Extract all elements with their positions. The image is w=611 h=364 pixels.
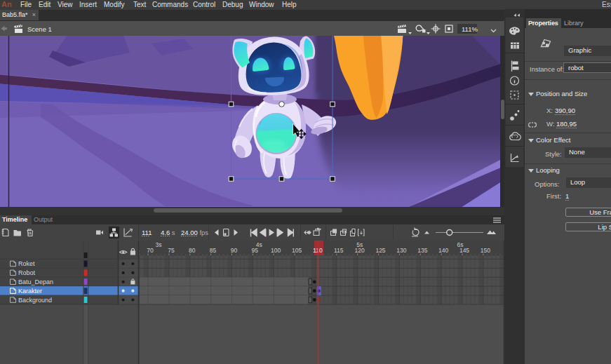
- svg-text:Scene 1: Scene 1: [27, 25, 52, 33]
- svg-text:Roket: Roket: [18, 260, 35, 267]
- svg-text:111%: 111%: [462, 25, 478, 33]
- svg-text:140: 140: [438, 247, 448, 254]
- svg-text:125: 125: [375, 247, 385, 254]
- svg-text:3s: 3s: [155, 241, 161, 248]
- svg-text:4.6 s: 4.6 s: [161, 229, 175, 236]
- svg-text:Batu_Depan: Batu_Depan: [18, 278, 53, 285]
- svg-text:75: 75: [168, 247, 175, 254]
- svg-text:5s: 5s: [356, 241, 363, 248]
- svg-text:70: 70: [147, 247, 154, 254]
- svg-text:100: 100: [271, 247, 281, 254]
- svg-text:80: 80: [189, 247, 196, 254]
- svg-text:105: 105: [292, 247, 302, 254]
- svg-text:115: 115: [334, 247, 344, 254]
- svg-text:111: 111: [142, 229, 152, 236]
- svg-text:150: 150: [481, 247, 490, 254]
- svg-text:Karakter: Karakter: [18, 288, 42, 295]
- svg-text:90: 90: [231, 247, 238, 254]
- svg-text:4s: 4s: [256, 241, 262, 248]
- svg-text:130: 130: [396, 247, 406, 254]
- svg-text:6s: 6s: [457, 241, 464, 248]
- svg-text:135: 135: [417, 247, 427, 254]
- svg-text:24.00 fps: 24.00 fps: [181, 229, 208, 236]
- svg-text:85: 85: [210, 247, 217, 254]
- svg-text:Background: Background: [18, 297, 52, 304]
- svg-text:Robot: Robot: [18, 269, 36, 276]
